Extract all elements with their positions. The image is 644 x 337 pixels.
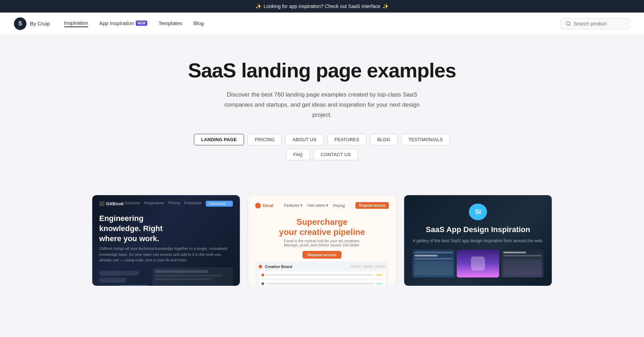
nav-link-inspiration[interactable]: Inspiration: [64, 20, 88, 27]
focal-nav: Features ▾ Use cases ▾ Pricing: [284, 203, 345, 208]
nav-item-inspiration: Inspiration: [64, 20, 88, 27]
gitbook-bubbles: [99, 271, 149, 286]
focal-header: focal Features ▾ Use cases ▾ Pricing Req…: [255, 202, 389, 209]
nav-link-app-inspiration[interactable]: App Inspiration NEW: [99, 20, 147, 27]
svg-line-1: [569, 24, 570, 25]
cards-grid: ⬛ GitBook Solutions Integrations Pricing…: [78, 178, 566, 286]
card-saas-image: SI SaaS App Design Inspiration A gallery…: [404, 195, 552, 286]
gitbook-nav: Solutions Integrations Pricing Enterpris…: [124, 201, 233, 207]
logo-link[interactable]: S By Cruip: [14, 17, 50, 30]
saas-screenshot-2: [457, 250, 499, 277]
focal-subtext: Focal is the central hub for your ad cre…: [255, 239, 389, 247]
filter-contact-us[interactable]: CONTACT US: [313, 149, 358, 160]
hero-title: SaaS landing page examples: [7, 59, 637, 82]
filter-features[interactable]: FEATURES: [327, 134, 367, 145]
saas-ss-inner-2: [457, 250, 499, 277]
gitbook-headline: Engineeringknowledge. Rightwhere you wor…: [99, 214, 233, 244]
gitbook-header: ⬛ GitBook Solutions Integrations Pricing…: [99, 201, 233, 207]
gitbook-cta-btn: Dashboard →: [206, 201, 233, 207]
nav-item-blog: Blog: [194, 20, 204, 27]
navbar: S By Cruip Inspiration App Inspiration N…: [0, 13, 644, 35]
focal-logo-circle: [255, 203, 261, 208]
top-banner: ✨ Looking for app inspiration? Check out…: [0, 0, 644, 13]
nav-item-app-inspiration: App Inspiration NEW: [99, 20, 147, 27]
card-gitbook-image: ⬛ GitBook Solutions Integrations Pricing…: [92, 195, 240, 286]
focal-dot-2: [261, 282, 264, 285]
ss-bar-4: [503, 252, 526, 253]
saas-screenshot-1: [413, 250, 455, 277]
filter-tags-container: LANDING PAGE PRICING ABOUT US FEATURES B…: [7, 134, 637, 145]
nav-links: Inspiration App Inspiration NEW Template…: [64, 20, 204, 27]
nav-app-inspiration-label: App Inspiration: [99, 20, 134, 26]
focal-inner: focal Features ▾ Use cases ▾ Pricing Req…: [248, 195, 396, 286]
filter-blog[interactable]: BLOG: [370, 134, 398, 145]
ss-bar-5: [503, 255, 541, 256]
filter-testimonials[interactable]: TESTIMONIALS: [401, 134, 450, 145]
focal-board-rows: ▶: [259, 271, 385, 286]
banner-emoji-right: ✨: [383, 3, 388, 9]
gitbook-panels: [99, 267, 233, 286]
ss-bar-2: [415, 255, 438, 256]
card-focal[interactable]: focal Features ▾ Use cases ▾ Pricing Req…: [248, 195, 396, 286]
logo-circle: S: [14, 17, 26, 30]
focal-logo-text: focal: [263, 203, 273, 208]
chat-bubble-2: [99, 278, 127, 283]
filter-faq[interactable]: FAQ: [286, 149, 310, 160]
gitbook-subtext: GitBook brings all your technical knowle…: [99, 246, 233, 263]
filter-pricing[interactable]: PRICING: [248, 134, 282, 145]
focal-headline: Superchargeyour creative pipeline: [255, 217, 389, 237]
saas-logo: SI: [469, 204, 487, 220]
chat-bubble-1: [99, 271, 139, 276]
saas-inner: SI SaaS App Design Inspiration A gallery…: [404, 195, 552, 286]
nav-link-templates[interactable]: Templates: [158, 20, 182, 27]
focal-board-header: Creative Board: [259, 265, 385, 269]
new-badge: NEW: [136, 21, 147, 26]
focal-request-btn: Request access: [303, 251, 341, 259]
focal-board: Creative Board: [255, 261, 389, 286]
ss-bar-3: [415, 258, 453, 260]
focal-board-title: Creative Board: [265, 265, 292, 269]
focal-logo: focal: [255, 203, 273, 208]
focal-dot-1: [261, 274, 264, 276]
saas-ss-inner-3: [501, 250, 543, 277]
banner-emoji-left: ✨: [256, 3, 261, 9]
hero-description: Discover the best 760 landing page examp…: [218, 90, 426, 120]
card-saas-app[interactable]: SI SaaS App Design Inspiration A gallery…: [404, 195, 552, 286]
focal-bar-2: [266, 283, 374, 285]
focal-row-1: [259, 271, 385, 278]
nav-item-templates: Templates: [158, 20, 182, 27]
search-icon: [566, 21, 571, 26]
filter-tags-row2: FAQ CONTACT US: [7, 149, 637, 160]
search-box[interactable]: [560, 18, 630, 29]
filter-landing-page[interactable]: LANDING PAGE: [194, 134, 244, 145]
saas-ss-inner-1: [413, 250, 455, 277]
nav-link-blog[interactable]: Blog: [194, 20, 204, 27]
focal-cta: Request access: [355, 202, 389, 209]
saas-screenshot-3: [501, 250, 543, 277]
banner-text: Looking for app inspiration? Check out S…: [264, 3, 380, 9]
ss-bar-1: [415, 252, 453, 253]
focal-bar-1: [266, 274, 374, 276]
focal-row-2: [259, 280, 385, 286]
chat-bubble-3: [119, 285, 149, 286]
hero-section: SaaS landing page examples Discover the …: [0, 35, 644, 178]
saas-title: SaaS App Design Inspiration: [426, 225, 530, 234]
search-input[interactable]: [574, 21, 625, 26]
nav-left: S By Cruip Inspiration App Inspiration N…: [14, 17, 204, 30]
saas-screenshots: [413, 250, 543, 277]
logo-text: By Cruip: [30, 21, 50, 26]
card-gitbook[interactable]: ⬛ GitBook Solutions Integrations Pricing…: [92, 195, 240, 286]
saas-desc: A gallery of the best SaaS app design in…: [413, 238, 543, 244]
logo-letter: S: [18, 21, 22, 27]
card-focal-image: focal Features ▾ Use cases ▾ Pricing Req…: [248, 195, 396, 286]
filter-about-us[interactable]: ABOUT US: [285, 134, 324, 145]
